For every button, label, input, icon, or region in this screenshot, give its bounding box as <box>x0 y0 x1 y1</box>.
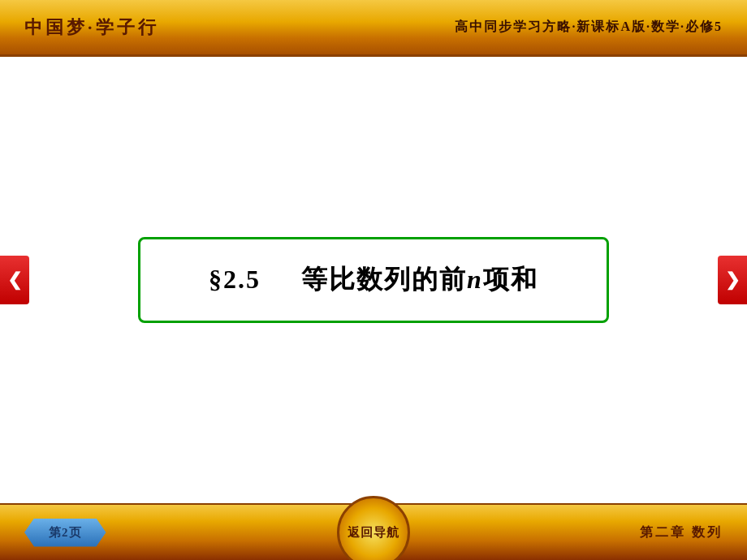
section-spacer <box>269 265 293 294</box>
section-number: §2.5 <box>209 265 261 294</box>
subtitle: 高中同步学习方略·新课标A版·数学·必修5 <box>455 19 723 36</box>
header: 中国梦·学子行 高中同步学习方略·新课标A版·数学·必修5 <box>0 0 747 57</box>
main-content: ❮ §2.5 等比数列的前n项和 ❯ <box>0 57 747 503</box>
page-label[interactable]: 第2页 <box>24 519 106 547</box>
next-button[interactable]: ❯ <box>718 256 747 304</box>
nav-home-button[interactable]: 返回导航 <box>337 496 410 560</box>
brand-title: 中国梦·学子行 <box>24 15 159 40</box>
section-text-before-n: 等比数列的前 <box>301 265 467 294</box>
prev-arrow-icon: ❮ <box>7 269 22 291</box>
footer: 第2页 返回导航 第二章 数列 <box>0 503 747 560</box>
section-title: §2.5 等比数列的前n项和 <box>189 262 558 298</box>
section-text-after-n: 项和 <box>483 265 538 294</box>
prev-button[interactable]: ❮ <box>0 256 29 304</box>
next-arrow-icon: ❯ <box>725 269 740 291</box>
section-n: n <box>467 265 483 294</box>
footer-page-section: 第2页 <box>24 519 106 547</box>
chapter-label: 第二章 数列 <box>640 524 723 541</box>
section-title-box: §2.5 等比数列的前n项和 <box>138 237 609 323</box>
